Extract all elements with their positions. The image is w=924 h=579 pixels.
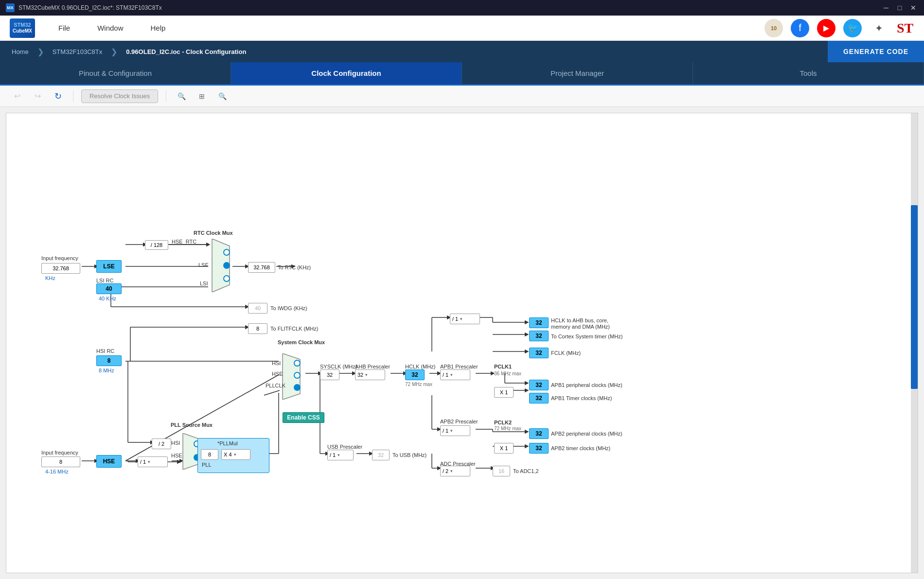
- lse-box[interactable]: LSE: [96, 260, 122, 273]
- apb2-x1-box: X 1: [494, 443, 514, 454]
- tab-clock[interactable]: Clock Configuration: [231, 62, 462, 84]
- breadcrumb-home[interactable]: Home: [4, 41, 36, 62]
- cortex-out-box[interactable]: 32: [529, 331, 549, 341]
- twitter-icon[interactable]: 🐦: [843, 19, 862, 37]
- memory-dma-label: memory and DMA (MHz): [551, 324, 610, 330]
- hclk-label: HCLK (MHz): [405, 364, 435, 369]
- sysclk-label: SYSCLK (MHz): [320, 364, 357, 369]
- apb1-periph-out[interactable]: 32: [529, 380, 549, 390]
- main-area: Input frequency 32.768 KHz LSE LSI RC 40…: [6, 113, 918, 573]
- lsi-mux-label: LSI: [200, 281, 208, 286]
- sys-clk-mux-label: System Clock Mux: [278, 339, 325, 345]
- svg-point-60: [294, 385, 300, 390]
- tab-bar: Pinout & Configuration Clock Configurati…: [0, 62, 924, 86]
- svg-point-59: [294, 372, 300, 378]
- hsi-pll-label: HSI: [171, 440, 180, 446]
- input-freq-1-label: Input frequency: [41, 255, 78, 261]
- apb1-timer-out[interactable]: 32: [529, 393, 549, 404]
- pll-val-box[interactable]: 8: [201, 449, 218, 460]
- menu-items: File Window Help: [54, 22, 764, 34]
- hse-div-arrow: ▾: [148, 459, 150, 464]
- apb2-periph-out[interactable]: 32: [529, 428, 549, 439]
- svg-point-56: [224, 276, 230, 281]
- lsi-rc-box[interactable]: 40: [96, 283, 122, 294]
- tab-project[interactable]: Project Manager: [462, 62, 693, 84]
- svg-point-54: [224, 249, 230, 255]
- maximize-button[interactable]: □: [895, 3, 905, 13]
- facebook-icon[interactable]: f: [791, 19, 809, 37]
- menu-window[interactable]: Window: [93, 22, 127, 34]
- input-freq-1-box[interactable]: 32.768: [41, 263, 80, 274]
- resolve-clock-button[interactable]: Resolve Clock Issues: [81, 89, 158, 103]
- sysclk-box[interactable]: 32: [320, 369, 339, 380]
- zoom-out-button[interactable]: 🔍: [215, 89, 230, 104]
- fclk-out-box[interactable]: 32: [529, 348, 549, 358]
- rtc-mux-shape: [208, 239, 233, 292]
- svg-line-14: [264, 390, 280, 395]
- svg-point-58: [294, 360, 300, 366]
- apb2-prescaler-select[interactable]: / 1 ▾: [440, 425, 470, 436]
- iwdg-output-box: 40: [248, 303, 267, 314]
- ahb-arrow: ▾: [365, 372, 368, 377]
- menu-help[interactable]: Help: [147, 22, 170, 34]
- adc-prescaler-select[interactable]: / 2 ▾: [440, 466, 470, 476]
- hse-box[interactable]: HSE: [96, 455, 122, 468]
- pllmul-label: *PLLMul: [217, 440, 288, 446]
- to-rtc-label: To RTC (KHz): [278, 264, 311, 270]
- enable-css-button[interactable]: Enable CSS: [283, 412, 324, 423]
- toolbar-separator-1: [73, 90, 73, 102]
- scrollbar-thumb[interactable]: [911, 205, 918, 389]
- apb2-max-label: 72 MHz max: [494, 426, 521, 431]
- lsi-40khz-label: 40 KHz: [99, 296, 116, 301]
- hclk-max-label: 72 MHz max: [405, 382, 432, 387]
- apb1-prescaler-select[interactable]: / 1 ▾: [440, 369, 470, 380]
- hclk-box[interactable]: 32: [405, 369, 425, 380]
- right-icons: 10 f ▶ 🐦 ✦ ST: [764, 19, 914, 37]
- breadcrumb-sep-2: ❯: [111, 47, 117, 56]
- anniversary-icon: 10: [764, 19, 783, 37]
- close-button[interactable]: ✕: [908, 3, 918, 13]
- youtube-icon[interactable]: ▶: [817, 19, 835, 37]
- flit-output-box[interactable]: 8: [248, 323, 267, 334]
- hsi-rc-label: HSI RC: [96, 348, 114, 354]
- input-freq-2-box[interactable]: 8: [41, 456, 80, 467]
- apb1-x1-box: X 1: [494, 387, 514, 398]
- lse-mux-label: LSE: [198, 262, 209, 268]
- fit-button[interactable]: ⊞: [195, 89, 209, 104]
- hse-div-select[interactable]: / 1 ▾: [138, 456, 168, 467]
- svg-marker-61: [183, 433, 199, 470]
- hclk-div-select[interactable]: / 1 ▾: [450, 314, 480, 324]
- tab-tools[interactable]: Tools: [693, 62, 924, 84]
- breadcrumb-bar: Home ❯ STM32F103C8Tx ❯ 0.96OLED_I2C.ioc …: [0, 41, 924, 62]
- rtc-output-box[interactable]: 32.768: [248, 262, 275, 273]
- breadcrumb-items: Home ❯ STM32F103C8Tx ❯ 0.96OLED_I2C.ioc …: [0, 41, 828, 62]
- usb-prescaler-select[interactable]: / 1 ▾: [327, 450, 354, 460]
- tab-pinout[interactable]: Pinout & Configuration: [0, 62, 231, 84]
- pll-source-mux-label: PLL Source Mux: [171, 422, 213, 428]
- pll-mul-select[interactable]: X 4 ▾: [221, 449, 250, 460]
- mhz-416-label: 4-16 MHz: [45, 469, 69, 474]
- breadcrumb-file[interactable]: 0.96OLED_I2C.ioc - Clock Configuration: [118, 41, 254, 62]
- apb2-timer-out[interactable]: 32: [529, 443, 549, 454]
- minimize-button[interactable]: ─: [881, 3, 891, 13]
- lsi-rc-label: LSI RC: [96, 278, 113, 283]
- hsi-rc-box[interactable]: 8: [96, 355, 122, 366]
- breadcrumb-chip[interactable]: STM32F103C8Tx: [45, 41, 110, 62]
- usb-prescaler-label: USB Prescaler: [327, 444, 362, 450]
- div128-box[interactable]: / 128: [145, 240, 168, 250]
- generate-code-button[interactable]: GENERATE CODE: [828, 41, 924, 62]
- toolbar-separator-2: [166, 90, 166, 102]
- network-icon[interactable]: ✦: [870, 19, 888, 37]
- menu-bar: STM32 CubeMX File Window Help 10 f ▶ 🐦 ✦…: [0, 16, 924, 41]
- redo-button[interactable]: ↪: [30, 89, 45, 104]
- hse-pll-label: HSE: [171, 453, 182, 458]
- refresh-button[interactable]: ↻: [51, 89, 65, 104]
- ahb-prescaler-select[interactable]: 32 ▾: [355, 369, 385, 380]
- menu-file[interactable]: File: [54, 22, 74, 34]
- undo-button[interactable]: ↩: [10, 89, 24, 104]
- apb1-timer-label: APB1 Timer clocks (MHz): [551, 395, 612, 401]
- pclk2-label: PCLK2: [494, 420, 512, 425]
- hse-rtc-label: HSE_RTC: [172, 239, 196, 245]
- zoom-in-button[interactable]: 🔍: [174, 89, 189, 104]
- ahb-out-box[interactable]: 32: [529, 317, 549, 328]
